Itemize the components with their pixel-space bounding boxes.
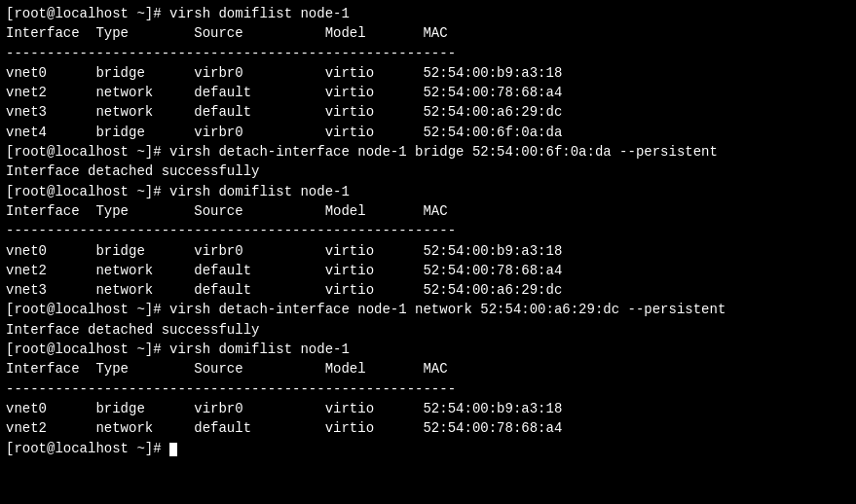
terminal-window[interactable]: [root@localhost ~]# virsh domiflist node… <box>0 0 856 504</box>
terminal-line: [root@localhost ~]# virsh domiflist node… <box>6 340 850 359</box>
terminal-line: Interface detached successfully <box>6 320 850 340</box>
terminal-line: [root@localhost ~]# virsh domiflist node… <box>6 182 850 201</box>
terminal-cursor <box>169 443 177 456</box>
terminal-line: vnet0 bridge virbr0 virtio 52:54:00:b9:a… <box>6 241 850 261</box>
terminal-line: [root@localhost ~]# virsh detach-interfa… <box>6 142 850 162</box>
terminal-line: Interface detached successfully <box>6 162 850 181</box>
terminal-line: vnet2 network default virtio 52:54:00:78… <box>6 418 850 438</box>
terminal-line: Interface Type Source Model MAC <box>6 201 850 221</box>
terminal-line: [root@localhost ~]# virsh domiflist node… <box>6 4 850 23</box>
terminal-line: ----------------------------------------… <box>6 379 850 399</box>
terminal-line: vnet4 bridge virbr0 virtio 52:54:00:6f:0… <box>6 123 850 142</box>
terminal-line: ----------------------------------------… <box>6 44 850 63</box>
terminal-line: vnet0 bridge virbr0 virtio 52:54:00:b9:a… <box>6 399 850 418</box>
terminal-line: [root@localhost ~]# <box>6 439 850 458</box>
terminal-line: Interface Type Source Model MAC <box>6 359 850 378</box>
terminal-line: vnet2 network default virtio 52:54:00:78… <box>6 83 850 102</box>
terminal-line: Interface Type Source Model MAC <box>6 23 850 43</box>
terminal-line: vnet3 network default virtio 52:54:00:a6… <box>6 102 850 122</box>
terminal-line: vnet2 network default virtio 52:54:00:78… <box>6 261 850 280</box>
terminal-line: [root@localhost ~]# virsh detach-interfa… <box>6 300 850 319</box>
terminal-line: ----------------------------------------… <box>6 221 850 240</box>
terminal-line: vnet3 network default virtio 52:54:00:a6… <box>6 280 850 300</box>
terminal-line: vnet0 bridge virbr0 virtio 52:54:00:b9:a… <box>6 63 850 83</box>
